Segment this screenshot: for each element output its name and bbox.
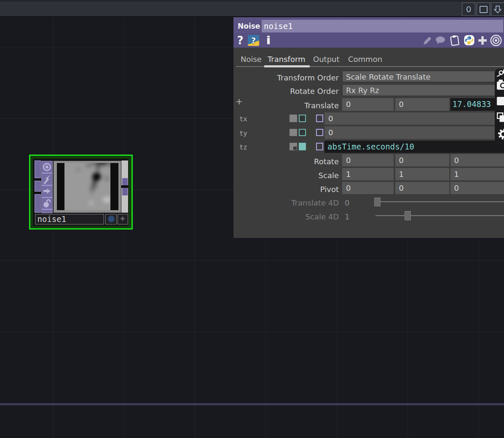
clipboard-icon [449, 35, 461, 46]
param-menu-rotate-order[interactable]: Rx Ry Rz [342, 84, 504, 96]
node-export-flag[interactable] [41, 185, 53, 198]
python-help-icon: ? [248, 35, 259, 46]
grid-line-h [0, 260, 504, 261]
param-label-rotate-order[interactable]: Rotate Order [233, 86, 339, 96]
active-tab-underline [264, 65, 310, 67]
slider-handle-scale4d[interactable] [405, 211, 411, 220]
pencil-icon [423, 36, 432, 45]
node-cook-flag[interactable] [41, 173, 53, 185]
target-circles-icon [490, 35, 502, 46]
viewer-flag-icon [42, 162, 52, 172]
param-value-translate-x[interactable]: 0 [342, 98, 394, 111]
node-viewer-flag[interactable] [41, 161, 53, 174]
comment-bubble-button[interactable] [435, 33, 446, 48]
param-value-rotate-z[interactable]: 0 [450, 154, 504, 167]
param-value-scale-z[interactable]: 1 [450, 168, 504, 181]
param-label-pivot[interactable]: Pivot [233, 184, 339, 194]
mode-bind-tx[interactable] [316, 115, 324, 122]
mode-expression-ty[interactable] [299, 129, 306, 136]
arrow-down-icon [494, 5, 501, 13]
param-label-transform-order[interactable]: Transform Order [233, 72, 339, 82]
node-flag-spacer [41, 209, 53, 213]
add-parameter-button[interactable] [477, 33, 488, 48]
help-button[interactable]: ? [237, 33, 244, 48]
python-help-button[interactable]: ? [248, 33, 259, 48]
mode-bind-tz[interactable] [316, 143, 324, 150]
node-output-connector[interactable] [122, 188, 128, 195]
node-bypass-flag[interactable] [41, 198, 53, 210]
param-value-scale4d: 1 [345, 212, 349, 221]
mode-constant-ty[interactable] [290, 129, 297, 136]
settings-gear-icon[interactable] [497, 128, 504, 141]
python-expressions-button[interactable] [464, 33, 475, 48]
mode-constant-tz[interactable] [290, 143, 297, 150]
mode-notch [293, 147, 297, 150]
param-value-pivot-y[interactable]: 0 [395, 182, 449, 195]
frame-counter-button[interactable]: 0 [462, 3, 475, 16]
param-value-rotate-y[interactable]: 0 [395, 154, 449, 167]
tab-common[interactable]: Common [348, 55, 382, 64]
camera-snapshot-icon[interactable] [497, 79, 504, 90]
mode-expression-tz[interactable] [299, 143, 306, 150]
node-output-connector[interactable] [122, 178, 128, 185]
dialog-header: Noise noise1 ? ? i [233, 17, 504, 48]
node-input-connector[interactable] [35, 160, 41, 178]
arrow-right-icon [43, 187, 52, 196]
mode-export-tx[interactable] [307, 115, 315, 122]
mode-export-ty[interactable] [307, 129, 315, 136]
parameter-dialog: Noise noise1 ? ? i [233, 17, 504, 238]
node-color-swatch[interactable] [105, 214, 117, 225]
tab-noise[interactable]: Noise [241, 55, 262, 64]
tab-output[interactable]: Output [313, 55, 340, 64]
top-menu-bar: 0 [0, 0, 504, 16]
dialog-title-row: Noise noise1 [233, 17, 504, 33]
parameter-target-button[interactable] [490, 33, 502, 48]
channel-value-tx[interactable]: 0 [324, 112, 504, 125]
channel-value-tz[interactable]: absTime.seconds/10 [324, 141, 504, 153]
param-label-scale[interactable]: Scale [233, 170, 339, 180]
bomb-icon [43, 199, 52, 208]
mode-expression-tx[interactable] [299, 115, 306, 122]
maximize-button[interactable] [477, 3, 490, 16]
floating-tool-panel [495, 69, 504, 145]
parameter-tabs: Noise Transform Output Common [233, 48, 504, 67]
mode-bind-ty[interactable] [316, 129, 324, 136]
param-value-scale-y[interactable]: 1 [395, 168, 449, 181]
operator-name-field[interactable]: noise1 [262, 20, 503, 32]
param-value-translate-y[interactable]: 0 [395, 98, 449, 111]
copy-parameters-button[interactable] [449, 33, 461, 48]
node-input-connector[interactable] [35, 181, 41, 192]
tab-transform[interactable]: Transform [268, 55, 306, 64]
node-name-label[interactable]: noise1 [35, 214, 104, 225]
node-selection-outline: noise1 [29, 155, 133, 230]
channel-value-ty[interactable]: 0 [324, 126, 504, 139]
fill-region-icon[interactable] [497, 97, 504, 105]
dock-down-button[interactable] [491, 3, 504, 16]
node-color-dot [108, 216, 115, 222]
windows-layers-icon[interactable] [497, 112, 504, 123]
param-label-translate4d: Translate 4D [233, 198, 339, 207]
param-label-scale4d: Scale 4D [233, 211, 339, 221]
grid-line-v [195, 16, 195, 438]
top-bar-body [0, 2, 504, 16]
param-label-translate[interactable]: Translate [233, 100, 339, 110]
node-preview-viewport [57, 163, 118, 211]
plus-icon [477, 35, 488, 45]
dialog-toolbar-row: ? ? i [233, 33, 504, 48]
mode-export-tz[interactable] [307, 143, 315, 150]
param-value-rotate-x[interactable]: 0 [342, 154, 394, 167]
lightning-icon [42, 174, 52, 184]
param-value-scale-x[interactable]: 1 [342, 168, 394, 181]
info-button[interactable]: i [265, 33, 273, 48]
node-input-connector[interactable] [35, 194, 41, 213]
noise-texture [64, 163, 110, 211]
param-value-pivot-z[interactable]: 0 [450, 182, 504, 195]
param-value-pivot-x[interactable]: 0 [342, 182, 394, 195]
slider-handle-translate4d[interactable] [374, 198, 381, 207]
param-menu-transform-order[interactable]: Scale Rotate Translate [342, 71, 504, 83]
param-label-rotate[interactable]: Rotate [233, 156, 339, 166]
comment-edit-button[interactable] [422, 33, 432, 48]
node-noise1[interactable]: noise1 [33, 159, 129, 226]
node-star-toggle[interactable] [118, 214, 129, 225]
mode-constant-tx[interactable] [290, 115, 297, 122]
